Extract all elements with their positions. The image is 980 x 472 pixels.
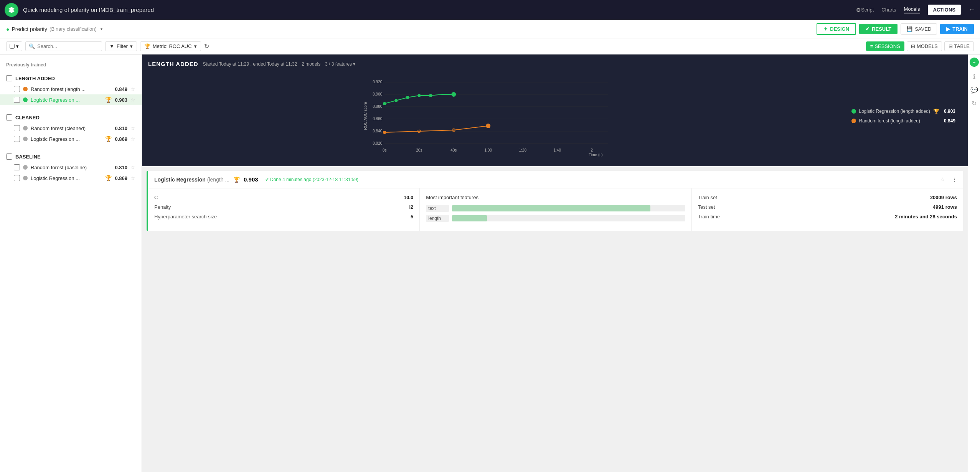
nav-script[interactable]: Script xyxy=(861,7,874,13)
section-length-added-checkbox[interactable] xyxy=(6,75,12,81)
feature-text-label: text xyxy=(426,205,449,212)
star-lr-cleaned[interactable]: ☆ xyxy=(130,136,135,142)
svg-point-27 xyxy=(383,131,386,134)
section-cleaned-title: CLEANED xyxy=(15,115,40,120)
model-card-score: 0.903 xyxy=(244,176,258,183)
svg-point-30 xyxy=(486,124,490,128)
section-cleaned-checkbox[interactable] xyxy=(6,114,12,120)
model-dot-lr-baseline xyxy=(23,176,28,180)
model-checkbox-rf-baseline[interactable] xyxy=(14,164,20,170)
table-icon: ⊟ xyxy=(949,43,953,49)
saved-label: SAVED xyxy=(915,26,931,32)
select-all-checkbox[interactable]: ▾ xyxy=(6,41,22,51)
info-icon[interactable]: ℹ xyxy=(973,73,975,80)
model-score-lr-cleaned: 0.869 xyxy=(115,136,127,142)
card-menu-icon[interactable]: ⋮ xyxy=(952,177,957,182)
saved-button[interactable]: 💾 SAVED xyxy=(901,23,937,35)
model-checkbox-lr-cleaned[interactable] xyxy=(14,136,20,142)
models-view-button[interactable]: ⊞ MODELS xyxy=(907,41,942,51)
back-button[interactable]: ← xyxy=(968,6,975,14)
model-item-rf-baseline[interactable]: Random forest (baseline) 0.810 ☆ xyxy=(0,162,142,173)
svg-text:1:40: 1:40 xyxy=(554,148,561,152)
section-baseline-checkbox[interactable] xyxy=(6,153,12,160)
model-dot-lr-length xyxy=(23,97,28,102)
metric-label: Metric: ROC AUC xyxy=(153,43,192,49)
model-item-lr-baseline[interactable]: Logistic Regression ... 🏆 0.869 ☆ xyxy=(0,173,142,183)
select-all-input[interactable] xyxy=(10,44,15,49)
chart-meta: Started Today at 11:29 , ended Today at … xyxy=(203,61,297,67)
chat-icon[interactable]: 💬 xyxy=(970,86,978,94)
result-button[interactable]: ✔ RESULT xyxy=(859,24,898,34)
features-title: Most important features xyxy=(426,195,685,200)
predict-label: ● Predict polarity (Binary classificatio… xyxy=(6,26,102,32)
filter-button[interactable]: ▼ Filter ▾ xyxy=(105,41,137,51)
train-button[interactable]: ▶ TRAIN xyxy=(940,24,974,34)
feature-text-bar-fill xyxy=(452,205,650,211)
model-card-header: Logistic Regression (length ... 🏆 0.903 … xyxy=(148,171,963,188)
train-label: TRAIN xyxy=(952,26,968,32)
feature-length-bar-bg xyxy=(452,215,685,221)
sessions-view-button[interactable]: ≡ SESSIONS xyxy=(866,41,904,51)
toolbar: ▾ 🔍 ▼ Filter ▾ 🏆 Metric: ROC AUC ▾ ↻ ≡ S… xyxy=(0,38,980,54)
model-card-done: ✔ Done 4 minutes ago (2023-12-18 11:31:5… xyxy=(265,177,359,182)
stats-train-set-value: 20009 rows xyxy=(930,195,957,200)
star-rf-length[interactable]: ☆ xyxy=(130,86,135,92)
model-card-stats: Train set 20009 rows Test set 4991 rows … xyxy=(692,188,963,231)
sessions-label: SESSIONS xyxy=(874,43,900,49)
model-checkbox-rf-cleaned[interactable] xyxy=(14,125,20,131)
models-icon: ⊞ xyxy=(911,43,915,49)
star-rf-cleaned[interactable]: ☆ xyxy=(130,125,135,131)
predict-icon: ● xyxy=(6,26,9,32)
card-star-icon[interactable]: ☆ xyxy=(940,177,945,182)
table-view-button[interactable]: ⊟ TABLE xyxy=(944,41,974,51)
svg-point-23 xyxy=(406,96,409,99)
star-lr-length[interactable]: ☆ xyxy=(130,97,135,103)
result-label: RESULT xyxy=(872,26,891,32)
param-c-value: 10.0 xyxy=(404,195,413,200)
section-baseline: BASELINE xyxy=(0,150,142,162)
filter-icon: ▼ xyxy=(109,43,114,49)
model-name-lr-cleaned: Logistic Regression ... xyxy=(31,136,102,142)
model-checkbox-lr-length[interactable] xyxy=(14,97,20,103)
svg-point-25 xyxy=(429,94,432,97)
model-item-rf-cleaned[interactable]: Random forest (cleaned) 0.810 ☆ xyxy=(0,123,142,134)
predict-dropdown-arrow[interactable]: ▾ xyxy=(101,27,102,31)
feature-text-row: text xyxy=(426,205,685,212)
svg-text:0.920: 0.920 xyxy=(373,80,382,84)
model-name-rf-cleaned: Random forest (cleaned) xyxy=(31,125,112,131)
design-button[interactable]: ✦ DESIGN xyxy=(817,23,856,35)
star-lr-baseline[interactable]: ☆ xyxy=(130,175,135,181)
nav-charts[interactable]: Charts xyxy=(881,7,896,13)
model-card: Logistic Regression (length ... 🏆 0.903 … xyxy=(147,171,963,231)
nav-links: Script Charts Models ACTIONS xyxy=(861,5,961,15)
chart-features[interactable]: 3 / 3 features xyxy=(325,61,355,67)
feature-length-row: length xyxy=(426,215,685,222)
model-item-rf-length[interactable]: Random forest (length ... 0.849 ☆ xyxy=(0,84,142,94)
save-icon: 💾 xyxy=(906,26,912,32)
model-checkbox-lr-baseline[interactable] xyxy=(14,175,20,181)
model-score-lr-baseline: 0.869 xyxy=(115,175,127,181)
trophy-lr-baseline: 🏆 xyxy=(105,175,112,181)
add-icon[interactable]: + xyxy=(970,58,979,67)
metric-select[interactable]: 🏆 Metric: ROC AUC ▾ xyxy=(140,41,201,51)
nav-models[interactable]: Models xyxy=(904,6,920,13)
star-rf-baseline[interactable]: ☆ xyxy=(130,164,135,170)
param-c-name: C xyxy=(154,195,404,200)
model-item-lr-cleaned[interactable]: Logistic Regression ... 🏆 0.869 ☆ xyxy=(0,134,142,144)
model-checkbox-rf-length[interactable] xyxy=(14,86,20,92)
stats-train-set-label: Train set xyxy=(698,195,717,200)
top-nav: Quick modeling of polarity on IMDB_train… xyxy=(0,0,980,20)
checkbox-arrow[interactable]: ▾ xyxy=(16,43,19,49)
model-dot-lr-cleaned xyxy=(23,137,28,141)
model-score-lr-length: 0.903 xyxy=(115,97,127,103)
settings-icon[interactable]: ⚙ xyxy=(856,7,861,13)
svg-text:1:20: 1:20 xyxy=(519,148,527,152)
search-icon: 🔍 xyxy=(29,43,35,49)
search-input[interactable] xyxy=(37,43,99,49)
main-layout: Previously trained LENGTH ADDED Random f… xyxy=(0,54,980,472)
model-item-lr-length[interactable]: Logistic Regression ... 🏆 0.903 ☆ xyxy=(0,94,142,105)
model-card-params: C 10.0 Penalty l2 Hyperparameter search … xyxy=(148,188,420,231)
sync-icon[interactable]: ↻ xyxy=(972,100,977,107)
actions-button[interactable]: ACTIONS xyxy=(928,5,961,15)
refresh-button[interactable]: ↻ xyxy=(204,43,209,50)
